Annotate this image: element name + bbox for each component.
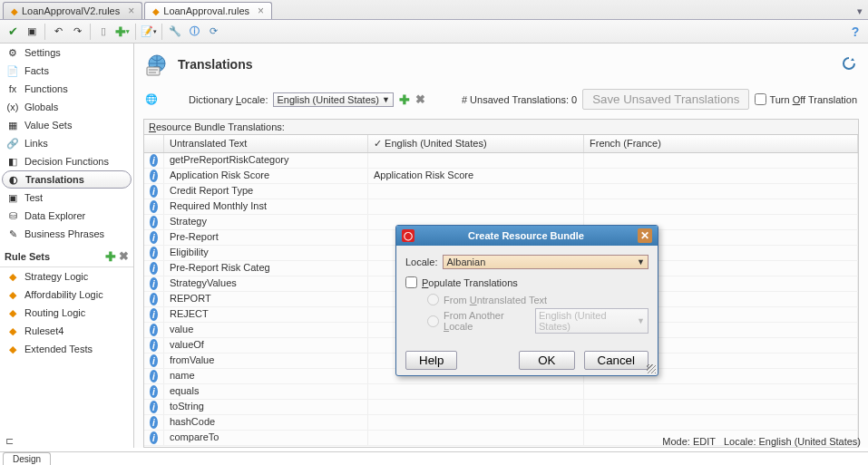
info-icon: i <box>150 324 158 336</box>
sidebar-item-decision-functions[interactable]: ◧Decision Functions <box>0 152 133 170</box>
cell-untranslated[interactable]: REJECT <box>164 307 368 322</box>
turnoff-translation-checkbox[interactable]: Turn Off Translation <box>755 93 857 105</box>
table-row[interactable]: i Credit Report Type <box>144 184 858 199</box>
cell-english[interactable] <box>368 415 584 430</box>
edit-icon[interactable]: 📝▾ <box>141 24 157 40</box>
remove-ruleset-button[interactable]: ✖ <box>119 249 129 264</box>
cell-untranslated[interactable]: value <box>164 323 368 337</box>
cell-english[interactable]: Application Risk Score <box>368 169 584 183</box>
sidebar-item-settings[interactable]: ⚙Settings <box>0 44 133 62</box>
cell-french[interactable] <box>584 384 858 399</box>
close-icon[interactable]: × <box>258 5 264 17</box>
cell-english[interactable] <box>368 184 584 199</box>
cell-untranslated[interactable]: Required Monthly Inst <box>164 199 368 214</box>
cell-english[interactable] <box>368 400 584 414</box>
cell-french[interactable] <box>584 153 858 168</box>
ruleset-item[interactable]: ◆Routing Logic <box>0 304 133 322</box>
cell-untranslated[interactable]: getPreReportRiskCategory <box>164 153 368 168</box>
cell-untranslated[interactable]: fromValue <box>164 354 368 368</box>
cell-untranslated[interactable]: Credit Report Type <box>164 184 368 199</box>
cell-untranslated[interactable]: equals <box>164 384 368 399</box>
sidebar-item-functions[interactable]: fxFunctions <box>0 80 133 98</box>
cell-untranslated[interactable]: Strategy <box>164 215 368 229</box>
cut-icon[interactable]: ▯ <box>95 24 112 40</box>
cell-french[interactable] <box>584 400 858 414</box>
table-row[interactable]: i Application Risk Score Application Ris… <box>144 169 858 184</box>
tabs-dropdown[interactable]: ▾ <box>852 4 868 19</box>
cell-english[interactable] <box>368 384 584 399</box>
cell-french[interactable] <box>584 415 858 430</box>
undo-button[interactable]: ↶ <box>50 24 66 40</box>
ruleset-item[interactable]: ◆Ruleset4 <box>0 322 133 340</box>
cell-french[interactable] <box>584 184 858 199</box>
panel-toggle[interactable]: ⊏ <box>5 435 14 447</box>
cancel-button[interactable]: Cancel <box>584 351 649 370</box>
cell-french[interactable] <box>584 169 858 183</box>
col-french[interactable]: French (France) <box>584 135 858 152</box>
cell-untranslated[interactable]: name <box>164 369 368 383</box>
ok-button[interactable]: OK <box>519 351 574 370</box>
locale-dropdown[interactable]: English (United States) ▼ <box>273 92 393 107</box>
cell-english[interactable] <box>368 431 584 445</box>
refresh-icon[interactable]: ⟳ <box>205 24 221 40</box>
help-icon[interactable]: ? <box>847 24 863 40</box>
cell-untranslated[interactable]: Application Risk Score <box>164 169 368 183</box>
dialog-titlebar[interactable]: ◯ Create Resource Bundle ✕ <box>396 226 658 246</box>
design-tab[interactable]: Design <box>3 452 51 465</box>
sidebar-item-links[interactable]: 🔗Links <box>0 134 133 152</box>
tab-loanapprovalv2[interactable]: ◆ LoanApprovalV2.rules × <box>3 2 142 19</box>
sidebar-item-globals[interactable]: (x)Globals <box>0 98 133 116</box>
help-button[interactable]: Help <box>405 351 457 370</box>
table-row[interactable]: i toString <box>144 400 858 415</box>
save-translations-button[interactable]: Save Unsaved Translations <box>582 89 749 110</box>
close-icon[interactable]: × <box>128 5 134 17</box>
add-ruleset-button[interactable]: ✚ <box>105 249 116 264</box>
sidebar-item-business-phrases[interactable]: ✎Business Phrases <box>0 225 133 243</box>
table-row[interactable]: i getPreReportRiskCategory <box>144 153 858 169</box>
validate-button[interactable]: ✔ <box>5 24 21 40</box>
table-row[interactable]: i Required Monthly Inst <box>144 199 858 215</box>
cell-untranslated[interactable]: StrategyValues <box>164 276 368 291</box>
col-untranslated[interactable]: Untranslated Text <box>164 135 368 152</box>
sidebar-item-value-sets[interactable]: ▦Value Sets <box>0 116 133 134</box>
tab-loanapproval[interactable]: ◆ LoanApproval.rules × <box>144 2 272 19</box>
cell-untranslated[interactable]: REPORT <box>164 292 368 306</box>
resize-handle[interactable] <box>647 364 656 373</box>
cell-untranslated[interactable]: Pre-Report Risk Categ <box>164 261 368 276</box>
sidebar-item-data-explorer[interactable]: ⛁Data Explorer <box>0 207 133 225</box>
dialog-locale-select[interactable]: Albanian ▼ <box>443 255 649 269</box>
populate-checkbox-input[interactable] <box>405 276 417 288</box>
info-icon: i <box>150 293 158 305</box>
table-row[interactable]: i hashCode <box>144 415 858 431</box>
cell-untranslated[interactable]: valueOf <box>164 338 368 353</box>
cell-untranslated[interactable]: toString <box>164 400 368 414</box>
cell-english[interactable] <box>368 153 584 168</box>
remove-locale-button[interactable]: ✖ <box>415 92 425 106</box>
sidebar-item-test[interactable]: ▣Test <box>0 189 133 207</box>
refresh-button[interactable] <box>841 55 857 73</box>
sidebar-item-facts[interactable]: 📄Facts <box>0 62 133 80</box>
turnoff-checkbox-input[interactable] <box>755 93 766 105</box>
sidebar-item-label: Links <box>24 138 48 149</box>
save-icon[interactable]: ▣ <box>24 24 40 40</box>
cell-french[interactable] <box>584 199 858 214</box>
col-english[interactable]: ✓ English (United States) <box>368 135 584 152</box>
sidebar-item-translations[interactable]: ◐Translations <box>2 170 132 189</box>
table-row[interactable]: i equals <box>144 384 858 400</box>
cell-untranslated[interactable]: compareTo <box>164 431 368 445</box>
cell-english[interactable] <box>368 199 584 214</box>
ruleset-item[interactable]: ◆Strategy Logic <box>0 267 133 286</box>
wrench-icon[interactable]: 🔧 <box>167 24 183 40</box>
redo-button[interactable]: ↷ <box>69 24 85 40</box>
ruleset-item[interactable]: ◆Affordability Logic <box>0 286 133 304</box>
add-button[interactable]: ✚▾ <box>114 24 131 40</box>
ruleset-item[interactable]: ◆Extended Tests <box>0 340 133 358</box>
info-icon: i <box>150 216 158 228</box>
cell-untranslated[interactable]: Eligibility <box>164 246 368 260</box>
cell-untranslated[interactable]: Pre-Report <box>164 230 368 245</box>
info-icon[interactable]: ⓘ <box>186 24 202 40</box>
add-locale-button[interactable]: ✚ <box>399 92 410 107</box>
cell-untranslated[interactable]: hashCode <box>164 415 368 430</box>
close-dialog-button[interactable]: ✕ <box>638 228 652 243</box>
populate-translations-checkbox[interactable]: Populate Translations <box>405 276 649 288</box>
